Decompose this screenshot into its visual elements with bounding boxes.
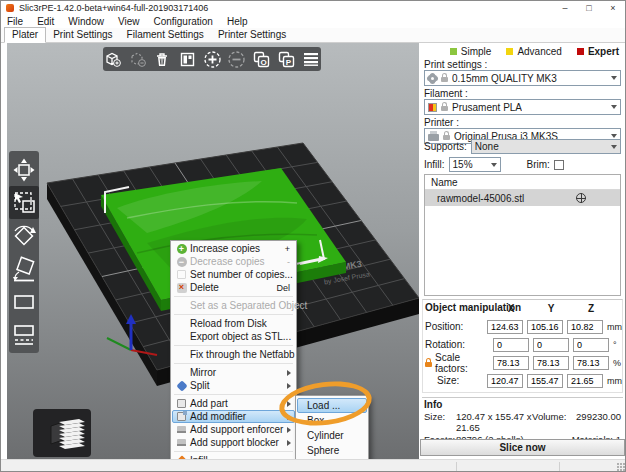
layers-view-icon (302, 51, 320, 67)
submenu-arrow-icon (287, 370, 291, 376)
app-icon (6, 4, 14, 12)
scale-z-input[interactable] (573, 356, 609, 370)
svg-text:P: P (286, 58, 292, 67)
mode-simple[interactable]: Simple (450, 46, 492, 57)
layer-height-tool-button[interactable] (33, 409, 91, 457)
place-on-face-tool-button[interactable] (9, 252, 39, 285)
app-window: Slic3rPE-1.42.0-beta+win64-full-20190317… (0, 0, 626, 472)
menu-separator (174, 314, 293, 315)
menu-item-fix-netfabb[interactable]: Fix through the Netfabb (172, 348, 295, 361)
submenu-item-sphere[interactable]: Sphere (297, 443, 367, 458)
rotation-z-input[interactable] (573, 338, 609, 352)
submenu-arrow-icon (287, 401, 291, 407)
minus-circle-icon: − (173, 257, 190, 267)
layer-range-tool-button[interactable] (9, 318, 39, 351)
object-row[interactable]: rawmodel-45006.stl (425, 190, 620, 206)
rotation-y-input[interactable] (533, 338, 569, 352)
maximize-button[interactable]: □ (577, 1, 601, 15)
mode-advanced[interactable]: Advanced (506, 46, 561, 57)
expert-mode-icon (577, 48, 584, 55)
tab-plater[interactable]: Plater (4, 27, 46, 43)
remove-object-button[interactable] (128, 49, 148, 69)
info-volume-value: 299230.00 (576, 411, 621, 433)
minimize-button[interactable]: – (553, 1, 577, 15)
supports-combo[interactable]: None (471, 139, 621, 154)
menu-item-decrease-copies[interactable]: − Decrease copies - (172, 255, 295, 268)
submenu-arrow-icon (287, 440, 291, 446)
scale-tool-button[interactable] (9, 186, 39, 219)
menu-item-increase-copies[interactable]: + Increase copies + (172, 242, 295, 255)
size-x-input[interactable] (487, 374, 523, 388)
delete-all-button[interactable] (153, 49, 173, 69)
filament-combo[interactable]: Prusament PLA (424, 99, 621, 115)
submenu-item-load[interactable]: Load ... (297, 398, 367, 413)
menu-item-export-stl[interactable]: Export object as STL... (172, 330, 295, 343)
tab-printer-settings[interactable]: Printer Settings (211, 28, 293, 42)
mode-expert[interactable]: Expert (577, 46, 619, 57)
cut-tool-button[interactable] (9, 285, 39, 318)
filament-label: Filament : (424, 88, 468, 99)
menu-item-reload-from-disk[interactable]: Reload from Disk (172, 317, 295, 330)
menu-configuration[interactable]: Configuration (153, 16, 212, 27)
menu-item-add-support-enforcer[interactable]: Add support enforcer (172, 423, 295, 436)
menu-window[interactable]: Window (68, 16, 104, 27)
submenu-item-slab[interactable]: Slab (297, 458, 367, 459)
object-list: Name rawmodel-45006.stl (424, 174, 621, 296)
slice-now-button[interactable]: Slice now (420, 439, 625, 456)
menu-item-mirror[interactable]: Mirror (172, 366, 295, 379)
scale-x-input[interactable] (493, 356, 529, 370)
move-tool-button[interactable] (9, 153, 39, 186)
menu-item-delete[interactable]: × Delete Del (172, 281, 295, 294)
split-to-parts-button[interactable]: P (276, 49, 296, 69)
menu-edit[interactable]: Edit (37, 16, 54, 27)
info-size-value: 120.47 x 155.47 x 21.65 (456, 411, 532, 433)
menu-item-add-part[interactable]: Add part (172, 397, 295, 410)
layers-view-button[interactable] (301, 49, 321, 69)
submenu-item-box[interactable]: Box (297, 413, 367, 428)
add-modifier-submenu: Load ... Box Cylinder Sphere Slab (295, 395, 369, 459)
split-to-objects-button[interactable]: O (252, 49, 272, 69)
info-volume-label: Volume: (532, 411, 576, 433)
object-list-header: Name (425, 175, 620, 190)
menu-file[interactable]: File (7, 16, 23, 27)
infill-label: Infill: (424, 159, 445, 170)
menu-help[interactable]: Help (227, 16, 248, 27)
viewport-3d[interactable]: USA i3 MK3 by Josef Prusa (7, 43, 419, 459)
close-button[interactable]: × (601, 1, 625, 15)
increase-copies-button[interactable] (202, 49, 222, 69)
info-title: Info (424, 399, 621, 410)
position-z-input[interactable] (567, 320, 603, 334)
scale-y-input[interactable] (533, 356, 569, 370)
size-z-input[interactable] (567, 374, 603, 388)
tab-print-settings[interactable]: Print Settings (46, 28, 119, 42)
menu-item-separated-object[interactable]: Set as a Separated Object (172, 299, 295, 312)
infill-combo[interactable]: 15% (449, 157, 501, 172)
object-settings-icon[interactable] (576, 193, 586, 203)
tab-filament-settings[interactable]: Filament Settings (120, 28, 211, 42)
arrange-button[interactable] (177, 49, 197, 69)
brim-checkbox[interactable] (554, 160, 564, 170)
menu-item-infill[interactable]: Infill (172, 454, 295, 459)
menu-item-split[interactable]: Split (172, 379, 295, 392)
title-bar: Slic3rPE-1.42.0-beta+win64-full-20190317… (1, 1, 625, 15)
lock-icon (441, 106, 448, 111)
solid-slab-icon (12, 291, 36, 313)
menu-item-add-modifier[interactable]: Add modifier (172, 410, 295, 423)
rotate-tool-button[interactable] (9, 219, 39, 252)
uniform-scale-lock-icon[interactable] (425, 362, 432, 367)
position-x-input[interactable] (487, 320, 523, 334)
menu-item-add-support-blocker[interactable]: Add support blocker (172, 436, 295, 449)
print-settings-label: Print settings : (424, 59, 487, 70)
menu-view[interactable]: View (118, 16, 140, 27)
right-panel: Simple Advanced Expert Print settings : … (419, 43, 626, 459)
advanced-mode-icon (506, 48, 513, 55)
size-y-input[interactable] (527, 374, 563, 388)
print-settings-combo[interactable]: 0.15mm QUALITY MK3 (424, 70, 621, 86)
submenu-item-cylinder[interactable]: Cylinder (297, 428, 367, 443)
decrease-copies-button[interactable] (227, 49, 247, 69)
position-y-input[interactable] (527, 320, 563, 334)
menu-item-set-copies[interactable]: Set number of copies... (172, 268, 295, 281)
add-object-button[interactable] (103, 49, 123, 69)
rotation-x-input[interactable] (493, 338, 529, 352)
resize-grip[interactable] (617, 463, 625, 471)
